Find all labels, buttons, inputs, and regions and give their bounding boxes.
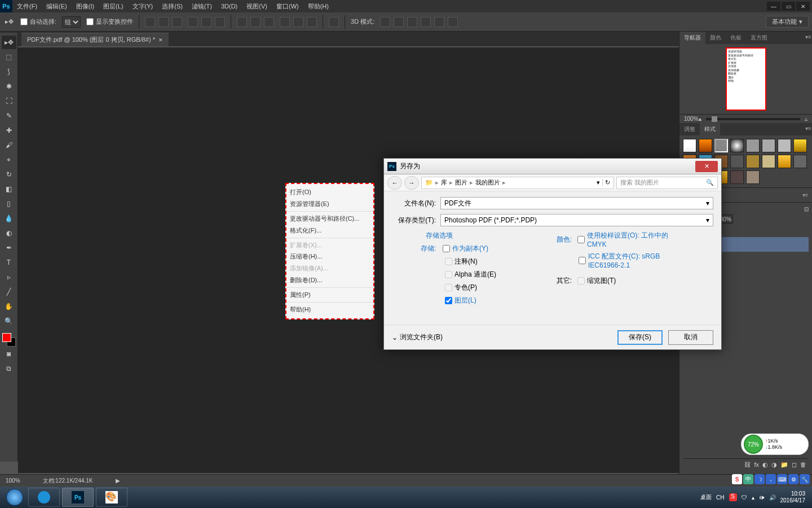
- style-swatch[interactable]: [730, 155, 744, 168]
- menu-edit[interactable]: 编辑(E): [42, 2, 72, 11]
- mode3d-icon[interactable]: [394, 17, 404, 27]
- taskbar-app-sogou[interactable]: [28, 488, 60, 507]
- distribute-icon[interactable]: [237, 17, 247, 27]
- playback-icon[interactable]: ▶: [116, 478, 120, 484]
- blur-tool-icon[interactable]: 💧: [2, 212, 16, 225]
- tray-shield-icon[interactable]: 🛡: [742, 494, 747, 501]
- style-swatch[interactable]: [762, 139, 775, 152]
- style-swatch[interactable]: [683, 139, 696, 152]
- mask-icon[interactable]: ◐: [762, 461, 768, 468]
- chevron-down-icon[interactable]: ▾: [706, 199, 709, 207]
- mode3d-icon[interactable]: [380, 17, 390, 27]
- fx-icon[interactable]: fx: [754, 461, 759, 468]
- distribute-icon[interactable]: [293, 17, 303, 27]
- close-icon[interactable]: ✕: [796, 2, 810, 11]
- menu-file[interactable]: 文件(F): [12, 2, 42, 11]
- icc-checkbox[interactable]: [579, 257, 586, 264]
- chevron-down-icon[interactable]: ▾: [597, 179, 600, 186]
- breadcrumb-item[interactable]: 我的图片: [475, 178, 500, 187]
- distribute-icon[interactable]: [280, 17, 290, 27]
- ctx-delete-vol[interactable]: 删除卷(D)...: [290, 274, 370, 286]
- ime-punct-icon[interactable]: ，: [766, 474, 776, 484]
- shape-tool-icon[interactable]: ╱: [2, 285, 16, 299]
- mode3d-icon[interactable]: [434, 17, 444, 27]
- style-swatch[interactable]: [746, 170, 760, 184]
- ime-gear-icon[interactable]: ⚙: [788, 474, 798, 484]
- ctx-properties[interactable]: 属性(P): [290, 289, 370, 301]
- mode3d-icon[interactable]: [407, 17, 417, 27]
- doc-info[interactable]: 文档:122.1K/244.1K: [43, 477, 93, 485]
- zoom-in-icon[interactable]: ▵: [805, 116, 807, 122]
- ime-keyboard-icon[interactable]: ⌨: [777, 474, 787, 484]
- filename-input[interactable]: PDF文件▾: [440, 197, 713, 209]
- chevron-down-icon[interactable]: ▾: [706, 216, 709, 224]
- show-transform-checkbox[interactable]: 显示变换控件: [86, 17, 133, 26]
- tray-clock[interactable]: 10:03 2016/4/17: [780, 491, 806, 504]
- menu-3d[interactable]: 3D(D): [217, 3, 242, 10]
- panel-menu-icon[interactable]: ▾≡: [801, 32, 810, 42]
- ctx-open[interactable]: 打开(O): [290, 186, 370, 198]
- zoom-slider[interactable]: [706, 118, 800, 120]
- minimize-icon[interactable]: —: [767, 2, 780, 11]
- navigator-thumbnail[interactable]: 资源管理器更改驱动器号和路径格式化扩展卷压缩卷添加镜像删除卷属性帮助: [726, 47, 766, 111]
- tray-volume-icon[interactable]: 🔊: [769, 494, 776, 501]
- distribute-icon[interactable]: [250, 17, 261, 27]
- screenmode-icon[interactable]: ⧉: [2, 362, 16, 375]
- panel-menu-icon[interactable]: ▾≡: [801, 123, 810, 134]
- menu-help[interactable]: 帮助(H): [303, 2, 333, 11]
- style-swatch[interactable]: [730, 139, 744, 152]
- ime-wrench-icon[interactable]: 🔧: [800, 474, 810, 484]
- ime-moon-icon[interactable]: ☽: [754, 474, 765, 484]
- style-swatch[interactable]: [730, 170, 744, 184]
- style-swatch[interactable]: [778, 155, 791, 168]
- align-icon[interactable]: [172, 17, 182, 27]
- dodge-tool-icon[interactable]: ◐: [2, 226, 16, 240]
- heal-tool-icon[interactable]: ✚: [2, 124, 16, 137]
- menu-type[interactable]: 文字(Y): [128, 2, 158, 11]
- brush-tool-icon[interactable]: 🖌: [2, 138, 16, 152]
- eraser-tool-icon[interactable]: ◧: [2, 182, 16, 196]
- tray-network-icon[interactable]: 🕪: [759, 494, 765, 501]
- style-swatch[interactable]: [714, 139, 728, 152]
- dialog-titlebar[interactable]: Ps 另存为 ✕: [384, 159, 721, 174]
- align-icon[interactable]: [188, 17, 198, 27]
- layers-checkbox[interactable]: [445, 297, 452, 304]
- save-button[interactable]: 保存(S): [617, 330, 663, 345]
- zoom-value[interactable]: 100%: [684, 116, 699, 122]
- path-breadcrumb[interactable]: 📁 ▸ 库 ▸ 图片 ▸ 我的图片 ▸ ▾ ↻: [421, 177, 614, 189]
- gradient-tool-icon[interactable]: ▯: [2, 197, 16, 211]
- tab-swatches[interactable]: 色板: [726, 32, 746, 44]
- distribute-icon[interactable]: [307, 17, 317, 27]
- ctx-format[interactable]: 格式化(F)...: [290, 225, 370, 237]
- menu-window[interactable]: 窗口(W): [272, 2, 303, 11]
- style-swatch[interactable]: [746, 155, 760, 168]
- style-swatch[interactable]: [778, 139, 791, 152]
- zoom-readout[interactable]: 100%: [6, 478, 20, 484]
- crop-tool-icon[interactable]: ⛶: [2, 94, 16, 108]
- menu-view[interactable]: 视图(V): [242, 2, 272, 11]
- foreground-color[interactable]: [2, 333, 11, 342]
- path-tool-icon[interactable]: ▹: [2, 270, 16, 284]
- align-icon[interactable]: [201, 17, 211, 27]
- mode3d-icon[interactable]: [448, 17, 458, 27]
- refresh-icon[interactable]: ↻: [602, 179, 610, 186]
- ctx-shrink[interactable]: 压缩卷(H)...: [290, 251, 370, 262]
- zoom-tool-icon[interactable]: 🔍: [2, 314, 16, 328]
- style-swatch[interactable]: [793, 155, 807, 168]
- workspace-switcher[interactable]: 基本功能 ▾: [766, 16, 809, 28]
- auto-align-icon[interactable]: [329, 17, 339, 27]
- lasso-tool-icon[interactable]: ⟆: [2, 65, 16, 78]
- type-tool-icon[interactable]: T: [2, 256, 16, 269]
- style-swatch[interactable]: [762, 155, 775, 168]
- dialog-close-button[interactable]: ✕: [695, 161, 718, 172]
- filter-toggle[interactable]: ⊡: [804, 206, 809, 212]
- ctx-change-drive[interactable]: 更改驱动器号和路径(C)...: [290, 213, 370, 225]
- mode3d-icon[interactable]: [421, 17, 431, 27]
- auto-select-type[interactable]: 组: [62, 16, 81, 28]
- history-brush-icon[interactable]: ↻: [2, 168, 16, 181]
- tab-styles[interactable]: 样式: [700, 123, 720, 135]
- tab-navigator[interactable]: 导航器: [679, 32, 705, 44]
- group-icon[interactable]: 📁: [780, 461, 788, 468]
- taskbar-app-photoshop[interactable]: Ps: [62, 488, 94, 507]
- trash-icon[interactable]: 🗑: [800, 461, 806, 468]
